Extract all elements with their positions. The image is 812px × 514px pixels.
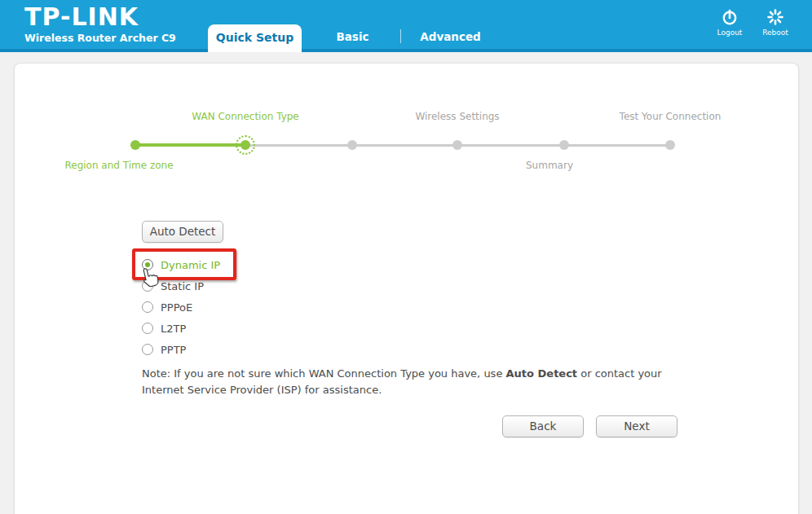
- tab-advanced[interactable]: Advanced: [416, 24, 485, 51]
- step-dot-wireless-settings: [452, 140, 462, 150]
- radio-label-l2tp: L2TP: [161, 323, 186, 335]
- step-label-wan-connection-type: WAN Connection Type: [192, 111, 298, 122]
- header-bottom-strip: [0, 49, 812, 52]
- reboot-icon: [757, 7, 794, 27]
- power-icon: [711, 7, 748, 27]
- header: TP-LINK Wireless Router Archer C9 Quick …: [0, 0, 812, 52]
- step-dot-region-time-zone: [130, 140, 140, 150]
- stepper-segment: [457, 144, 564, 147]
- auto-detect-button[interactable]: Auto Detect: [142, 221, 223, 243]
- next-button[interactable]: Next: [596, 415, 677, 437]
- tab-separator: [400, 29, 401, 43]
- setup-progress-stepper: Region and Time zone WAN Connection Type…: [15, 64, 798, 186]
- tp-link-logo: TP-LINK: [24, 4, 176, 30]
- radio-option-l2tp[interactable]: L2TP: [142, 322, 186, 335]
- radio-pptp[interactable]: [142, 344, 153, 355]
- radio-label-dynamic-ip: Dynamic IP: [161, 259, 220, 271]
- step-dot-wan-connection-type: [241, 140, 250, 150]
- step-label-region-time-zone: Region and Time zone: [64, 160, 173, 171]
- note-text: Note: If you are not sure which WAN Conn…: [142, 367, 506, 380]
- stepper-segment: [352, 144, 457, 147]
- step-dot-summary: [559, 140, 569, 150]
- radio-option-pptp[interactable]: PPTP: [142, 343, 186, 356]
- router-model-subtitle: Wireless Router Archer C9: [24, 32, 176, 44]
- radio-label-pptp: PPTP: [161, 344, 186, 356]
- reboot-label: Reboot: [757, 29, 794, 37]
- radio-dynamic-ip[interactable]: [142, 259, 153, 270]
- step-label-test-your-connection: Test Your Connection: [620, 111, 722, 122]
- header-actions: Logout Reboot: [711, 7, 794, 37]
- stepper-segment: [564, 144, 670, 147]
- radio-static-ip[interactable]: [142, 280, 153, 292]
- radio-label-static-ip: Static IP: [161, 280, 204, 292]
- radio-pppoe[interactable]: [142, 301, 153, 313]
- stepper-segment-done: [135, 143, 245, 147]
- tab-basic[interactable]: Basic: [322, 24, 383, 51]
- note-bold-auto-detect: Auto Detect: [506, 367, 578, 380]
- step-dot: [347, 140, 357, 150]
- wan-type-note: Note: If you are not sure which WAN Conn…: [142, 366, 684, 398]
- back-button[interactable]: Back: [502, 415, 584, 437]
- logout-button[interactable]: Logout: [711, 7, 748, 37]
- radio-option-static-ip[interactable]: Static IP: [142, 279, 204, 292]
- radio-option-dynamic-ip[interactable]: Dynamic IP: [142, 258, 220, 271]
- tab-quick-setup[interactable]: Quick Setup: [208, 24, 302, 52]
- main-panel: Region and Time zone WAN Connection Type…: [14, 63, 799, 514]
- radio-l2tp[interactable]: [142, 323, 153, 334]
- radio-label-pppoe: PPPoE: [161, 301, 192, 314]
- step-label-summary: Summary: [526, 160, 573, 171]
- logout-label: Logout: [711, 29, 748, 37]
- stepper-segment: [245, 144, 352, 147]
- reboot-button[interactable]: Reboot: [757, 7, 794, 37]
- radio-option-pppoe[interactable]: PPPoE: [142, 301, 192, 314]
- brand-block: TP-LINK Wireless Router Archer C9: [24, 4, 176, 44]
- step-label-wireless-settings: Wireless Settings: [415, 111, 499, 122]
- step-dot-test-your-connection: [665, 140, 675, 150]
